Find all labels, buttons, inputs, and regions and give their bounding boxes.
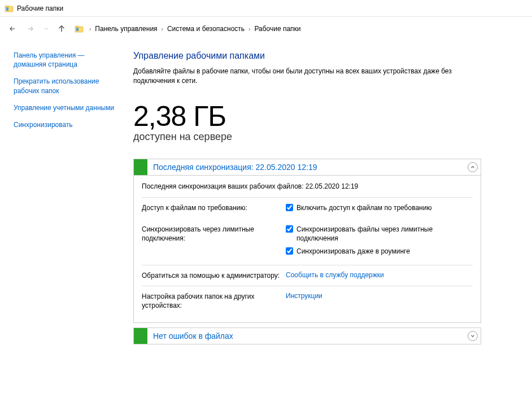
chevron-down-icon: [468, 331, 478, 341]
svg-rect-5: [76, 28, 79, 31]
sidebar: Панель управления — домашняя страница Пр…: [0, 41, 123, 393]
sidebar-link-credentials[interactable]: Управление учетными данными: [14, 103, 117, 112]
breadcrumb-item[interactable]: Система и безопасность: [165, 25, 246, 33]
checkbox-input[interactable]: [286, 204, 293, 211]
chevron-right-icon[interactable]: ›: [246, 26, 252, 32]
available-space-caption: доступен на сервере: [133, 131, 481, 143]
checkbox-input[interactable]: [286, 225, 293, 233]
content: Управление рабочими папками Добавляйте ф…: [123, 41, 532, 393]
forward-button[interactable]: [25, 23, 36, 34]
last-sync-text: Последняя синхронизация ваших рабочих фа…: [142, 181, 473, 196]
main-area: Панель управления — домашняя страница Пр…: [0, 41, 532, 393]
collapse-button[interactable]: [465, 162, 481, 172]
row-label: Настройка рабочих папок на других устрой…: [142, 292, 286, 310]
panel-last-sync-header[interactable]: Последняя синхронизация: 22.05.2020 12:1…: [134, 159, 481, 175]
svg-rect-4: [75, 26, 79, 28]
chevron-right-icon[interactable]: ›: [159, 26, 165, 32]
panel-errors: Нет ошибок в файлах: [133, 328, 481, 344]
checkbox-input[interactable]: [286, 247, 293, 255]
nav-toolbar: › Панель управления › Система и безопасн…: [0, 17, 532, 41]
status-stripe-green: [134, 328, 147, 344]
panel-errors-title: Нет ошибок в файлах: [147, 331, 465, 340]
location-folder-icon: [75, 24, 84, 33]
svg-rect-1: [5, 6, 8, 7]
window-title: Рабочие папки: [17, 5, 63, 12]
window-titlebar: Рабочие папки: [0, 0, 532, 17]
page-description: Добавляйте файлы в рабочие папки, чтобы …: [133, 67, 481, 86]
link-support[interactable]: Сообщить в службу поддержки: [286, 271, 384, 279]
address-bar[interactable]: › Панель управления › Система и безопасн…: [73, 22, 525, 36]
row-label: Обратиться за помощью к администратору:: [142, 271, 286, 280]
checkbox-roaming[interactable]: Синхронизировать даже в роуминге: [286, 247, 473, 256]
divider: [142, 286, 473, 286]
row-label: Синхронизировать через лимитные подключе…: [142, 225, 286, 259]
expand-button[interactable]: [465, 331, 481, 341]
up-button[interactable]: [56, 24, 67, 34]
sidebar-link-sync[interactable]: Синхронизировать: [14, 120, 117, 129]
chevron-up-icon: [468, 162, 478, 172]
chevron-right-icon[interactable]: ›: [87, 26, 93, 32]
panel-last-sync-title: Последняя синхронизация: 22.05.2020 12:1…: [147, 163, 465, 172]
checkbox-access-on-demand[interactable]: Включить доступ к файлам по требованию: [286, 203, 473, 212]
checkbox-metered[interactable]: Синхронизировать файлы через лимитные по…: [286, 225, 473, 243]
row-access-on-demand: Доступ к файлам по требованию: Включить …: [142, 199, 473, 220]
sidebar-link-stop[interactable]: Прекратить использование рабочих папок: [14, 77, 117, 95]
checkbox-label: Синхронизировать файлы через лимитные по…: [296, 225, 473, 243]
panel-errors-header[interactable]: Нет ошибок в файлах: [134, 328, 481, 344]
row-label: Доступ к файлам по требованию:: [142, 203, 286, 216]
available-space-value: 2,38 ГБ: [133, 102, 481, 132]
divider: [142, 265, 473, 265]
divider: [142, 197, 473, 198]
svg-rect-2: [6, 7, 8, 11]
checkbox-label: Включить доступ к файлам по требованию: [296, 203, 431, 212]
row-other-devices: Настройка рабочих папок на других устрой…: [142, 287, 473, 315]
status-stripe-green: [134, 159, 147, 175]
folder-icon: [5, 4, 14, 13]
breadcrumb-item[interactable]: Рабочие папки: [252, 25, 302, 33]
panel-last-sync-body: Последняя синхронизация ваших рабочих фа…: [134, 175, 481, 322]
row-metered: Синхронизировать через лимитные подключе…: [142, 220, 473, 264]
link-instructions[interactable]: Инструкции: [286, 292, 322, 300]
breadcrumb-item[interactable]: Панель управления: [93, 25, 159, 33]
recent-dropdown-icon[interactable]: [43, 23, 50, 34]
checkbox-label: Синхронизировать даже в роуминге: [296, 247, 410, 256]
back-button[interactable]: [7, 23, 18, 34]
row-admin-help: Обратиться за помощью к администратору: …: [142, 267, 473, 285]
page-heading: Управление рабочими папками: [133, 51, 481, 61]
sidebar-link-home[interactable]: Панель управления — домашняя страница: [14, 51, 117, 69]
panel-last-sync: Последняя синхронизация: 22.05.2020 12:1…: [133, 159, 481, 323]
